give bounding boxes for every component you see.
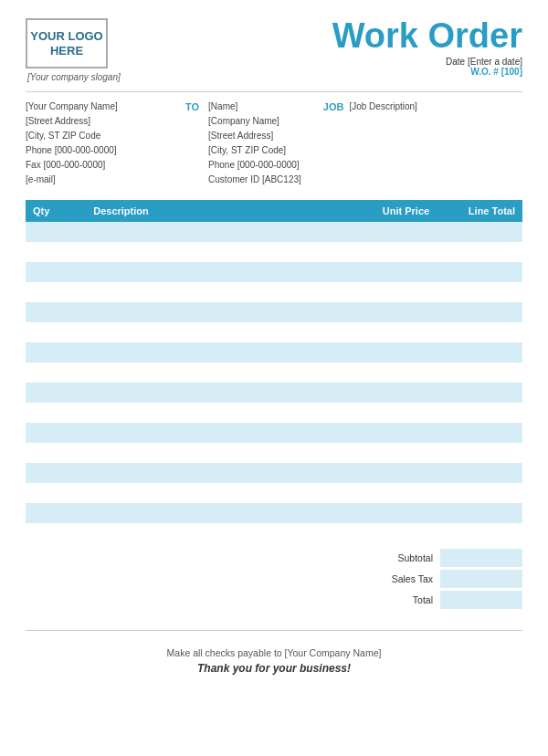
- company-slogan: [Your company slogan]: [27, 72, 121, 82]
- cell-qty: [26, 342, 86, 362]
- logo-box: YOUR LOGO HERE: [26, 18, 108, 68]
- cell-description: [86, 282, 334, 302]
- cell-line-total: [437, 242, 522, 262]
- to-block: TO [Name] [Company Name] [Street Address…: [185, 100, 301, 187]
- thank-you-message: Thank you for your business!: [26, 662, 522, 675]
- header-divider: [26, 91, 522, 92]
- cell-line-total: [437, 483, 522, 503]
- header-line-total: Line Total: [437, 200, 522, 222]
- cell-unit-price: [334, 282, 437, 302]
- date-label: Date: [446, 57, 465, 67]
- from-fax: Fax [000-000-0000]: [26, 158, 185, 173]
- footer: Make all checks payable to [Your Company…: [26, 647, 522, 675]
- header-description: Description: [86, 200, 334, 222]
- cell-description: [86, 443, 334, 463]
- to-customer-id: Customer ID [ABC123]: [208, 173, 301, 187]
- cell-line-total: [437, 302, 522, 322]
- to-phone: Phone [000-000-0000]: [208, 158, 301, 173]
- cell-qty: [26, 423, 86, 443]
- cell-unit-price: [334, 503, 437, 523]
- table-row: [26, 302, 522, 322]
- cell-description: [86, 362, 334, 383]
- totals-section: Subtotal Sales Tax Total: [26, 549, 522, 612]
- cell-unit-price: [334, 523, 437, 543]
- from-phone: Phone [000-000-0000]: [26, 143, 185, 158]
- cell-description: [86, 242, 334, 262]
- cell-qty: [26, 523, 86, 543]
- cell-line-total: [437, 403, 522, 423]
- job-description: [Job Description]: [349, 100, 416, 187]
- title-block: Work Order Date [Enter a date] W.O. # [1…: [332, 18, 522, 77]
- wo-value-text: [100]: [501, 67, 522, 77]
- job-block: JOB [Job Description]: [323, 100, 417, 187]
- cell-qty: [26, 403, 86, 423]
- cell-qty: [26, 483, 86, 503]
- table-row: [26, 443, 522, 463]
- page-header: YOUR LOGO HERE [Your company slogan] Wor…: [26, 18, 522, 82]
- wo-label: W.O. #: [470, 67, 499, 77]
- date-line: Date [Enter a date]: [332, 57, 522, 67]
- cell-unit-price: [334, 383, 437, 403]
- cell-description: [86, 302, 334, 322]
- table-row: [26, 463, 522, 483]
- total-row: Total: [331, 591, 522, 609]
- to-name: [Name]: [208, 100, 301, 114]
- table-row: [26, 403, 522, 423]
- cell-qty: [26, 383, 86, 403]
- page-title: Work Order: [332, 18, 522, 53]
- cell-description: [86, 403, 334, 423]
- table-row: [26, 242, 522, 262]
- wo-line: W.O. # [100]: [332, 67, 522, 77]
- cell-qty: [26, 262, 86, 282]
- table-row: [26, 282, 522, 302]
- logo-slogan-block: YOUR LOGO HERE [Your company slogan]: [26, 18, 121, 82]
- header-qty: Qty: [26, 200, 86, 222]
- table-row: [26, 383, 522, 403]
- cell-unit-price: [334, 222, 437, 242]
- cell-qty: [26, 362, 86, 383]
- cell-unit-price: [334, 262, 437, 282]
- header-unit-price: Unit Price: [334, 200, 437, 222]
- cell-unit-price: [334, 463, 437, 483]
- cell-line-total: [437, 282, 522, 302]
- cell-description: [86, 342, 334, 362]
- table-row: [26, 523, 522, 543]
- cell-qty: [26, 242, 86, 262]
- cell-qty: [26, 302, 86, 322]
- job-label: JOB: [323, 100, 344, 187]
- tax-value: [440, 570, 522, 588]
- cell-line-total: [437, 322, 522, 342]
- cell-line-total: [437, 383, 522, 403]
- info-section: [Your Company Name] [Street Address] [Ci…: [26, 100, 522, 187]
- cell-description: [86, 463, 334, 483]
- cell-line-total: [437, 262, 522, 282]
- cell-line-total: [437, 463, 522, 483]
- cell-unit-price: [334, 362, 437, 383]
- cell-line-total: [437, 443, 522, 463]
- date-value-text: [Enter a date]: [468, 57, 522, 67]
- cell-line-total: [437, 423, 522, 443]
- cell-unit-price: [334, 403, 437, 423]
- table-row: [26, 423, 522, 443]
- cell-line-total: [437, 222, 522, 242]
- cell-qty: [26, 503, 86, 523]
- footer-divider: [26, 630, 522, 631]
- cell-unit-price: [334, 302, 437, 322]
- cell-line-total: [437, 523, 522, 543]
- cell-unit-price: [334, 443, 437, 463]
- to-city: [City, ST ZIP Code]: [208, 143, 301, 158]
- tax-row: Sales Tax: [331, 570, 522, 588]
- to-details: [Name] [Company Name] [Street Address] […: [208, 100, 301, 187]
- cell-line-total: [437, 342, 522, 362]
- from-block: [Your Company Name] [Street Address] [Ci…: [26, 100, 185, 187]
- total-label: Total: [331, 594, 440, 605]
- cell-description: [86, 503, 334, 523]
- cell-unit-price: [334, 322, 437, 342]
- subtotal-value: [440, 549, 522, 567]
- from-street: [Street Address]: [26, 114, 185, 129]
- cell-unit-price: [334, 483, 437, 503]
- table-row: [26, 362, 522, 383]
- cell-description: [86, 322, 334, 342]
- to-street: [Street Address]: [208, 129, 301, 143]
- table-row: [26, 322, 522, 342]
